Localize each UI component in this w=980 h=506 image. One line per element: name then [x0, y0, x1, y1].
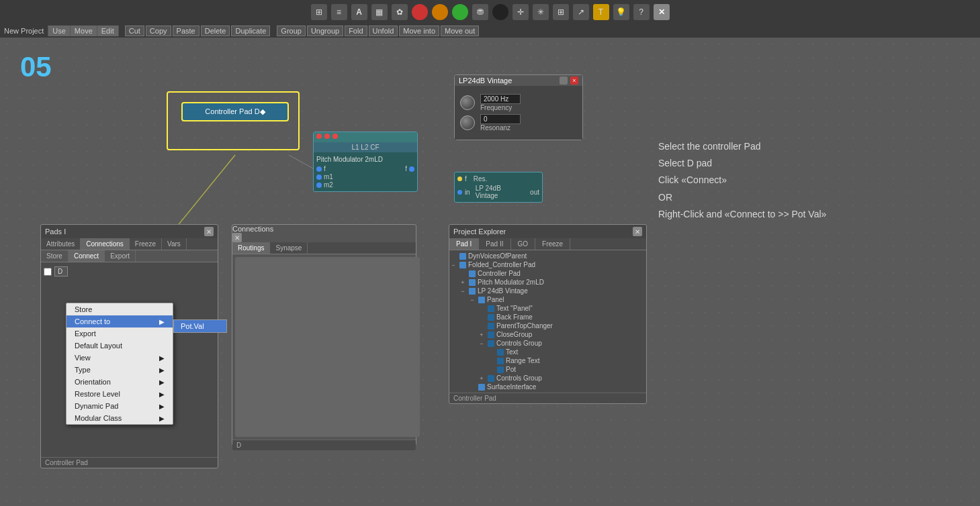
- pads-subtab-connect[interactable]: Connect: [69, 250, 105, 262]
- flower-icon[interactable]: ✿: [392, 4, 408, 20]
- ctx-view[interactable]: View ▶: [66, 352, 173, 364]
- pe-tab-padii[interactable]: Pad II: [479, 238, 510, 250]
- unfold-button[interactable]: Unfold: [369, 26, 398, 36]
- pads-tab-attributes[interactable]: Attributes: [41, 238, 81, 250]
- ctx-potval[interactable]: Pot.Val: [174, 320, 226, 332]
- text-icon[interactable]: A: [351, 4, 367, 20]
- pe-close[interactable]: ✕: [633, 227, 642, 236]
- pads-tab-vars[interactable]: Vars: [162, 238, 187, 250]
- chess-icon[interactable]: ⛃: [472, 4, 488, 20]
- pads-checkbox[interactable]: [44, 268, 52, 276]
- menu-use[interactable]: Use: [48, 26, 71, 36]
- ctx-dynamic-pad[interactable]: Dynamic Pad ▶: [66, 400, 173, 412]
- menu-move[interactable]: Move: [71, 26, 97, 36]
- freq-knob[interactable]: [460, 95, 475, 110]
- pe-tree-item[interactable]: Text: [449, 348, 646, 356]
- connections-close[interactable]: ✕: [232, 233, 242, 242]
- pe-tree-item[interactable]: Range Text: [449, 356, 646, 365]
- res-input[interactable]: [480, 114, 521, 124]
- delete-button[interactable]: Delete: [201, 26, 230, 36]
- controller-pad-node[interactable]: Controller Pad D◆: [181, 102, 289, 121]
- pe-expand[interactable]: +: [478, 375, 486, 382]
- duplicate-button[interactable]: Duplicate: [231, 26, 270, 36]
- move-icon[interactable]: ✛: [513, 4, 529, 20]
- pe-expand[interactable]: +: [478, 332, 486, 338]
- pe-expand[interactable]: −: [468, 297, 476, 303]
- ctx-orientation[interactable]: Orientation ▶: [66, 376, 173, 388]
- grid-icon[interactable]: ⊞: [311, 4, 327, 20]
- pe-tree-item[interactable]: Back Frame: [449, 313, 646, 321]
- ctx-connect-to[interactable]: Connect to ▶ Pot.Val: [66, 315, 173, 327]
- pe-tree-item[interactable]: SurfaceInterface: [449, 383, 646, 391]
- pe-tree-item[interactable]: − Panel: [449, 295, 646, 304]
- fold-button[interactable]: Fold: [345, 26, 367, 36]
- res-node[interactable]: f Res. in LP 24dB Vintage out: [454, 172, 543, 203]
- pe-tab-freeze[interactable]: Freeze: [535, 238, 570, 250]
- pe-tab-padi[interactable]: Pad I: [449, 238, 479, 250]
- pe-icon: [459, 262, 466, 268]
- pe-expand[interactable]: −: [449, 262, 457, 268]
- ungroup-button[interactable]: Ungroup: [307, 26, 343, 36]
- pe-tree-item[interactable]: + Pitch Modulator 2mLD: [449, 278, 646, 287]
- connections-tab-routings[interactable]: Routings: [232, 242, 270, 254]
- pe-expand[interactable]: −: [478, 340, 486, 347]
- pin-row: [316, 134, 338, 139]
- bulb-icon[interactable]: 💡: [613, 4, 629, 20]
- grid3-icon[interactable]: ⊞: [553, 4, 569, 20]
- ctx-submenu: Pot.Val: [173, 319, 227, 333]
- pe-expand[interactable]: +: [459, 279, 467, 286]
- lines-icon[interactable]: ≡: [331, 4, 347, 20]
- cut-button[interactable]: Cut: [125, 26, 144, 36]
- bars-icon[interactable]: ▦: [371, 4, 388, 20]
- ctx-modular-class[interactable]: Modular Class ▶: [66, 412, 173, 424]
- pe-tree-item[interactable]: − Folded_Controller Pad: [449, 260, 646, 269]
- pads-subtabs: Store Connect Export: [41, 250, 218, 262]
- pe-tree-item[interactable]: − LP 24dB Vintage: [449, 287, 646, 295]
- connections-tab-synapse[interactable]: Synapse: [270, 242, 308, 254]
- pe-tree-item[interactable]: Text "Panel": [449, 304, 646, 313]
- arrow-icon[interactable]: ↗: [573, 4, 589, 20]
- ctx-type[interactable]: Type ▶: [66, 364, 173, 376]
- ctx-export[interactable]: Export: [66, 327, 173, 340]
- asterisk-icon[interactable]: ✳: [533, 4, 549, 20]
- copy-button[interactable]: Copy: [146, 26, 171, 36]
- pitch-modulator-node[interactable]: L1 L2 CF Pitch Modulator 2mLD f f m1 m2: [313, 132, 418, 192]
- ctx-restore-level[interactable]: Restore Level ▶: [66, 388, 173, 400]
- pe-icon: [478, 384, 485, 391]
- orange-circle-icon[interactable]: [432, 4, 448, 20]
- pads-subtab-export[interactable]: Export: [105, 250, 136, 262]
- pads-panel-title: Pads I: [45, 227, 66, 236]
- pe-tree-item[interactable]: + Controls Group: [449, 374, 646, 383]
- green-circle-icon[interactable]: [452, 4, 468, 20]
- res-knob[interactable]: [460, 115, 475, 130]
- ctx-type-arrow: ▶: [159, 366, 165, 374]
- pads-subtab-store[interactable]: Store: [41, 250, 69, 262]
- pe-tree-item[interactable]: + CloseGroup: [449, 330, 646, 339]
- close-app-icon[interactable]: ✕: [654, 4, 670, 20]
- lp24db-minimize[interactable]: [560, 77, 568, 85]
- red-circle-icon[interactable]: [412, 4, 428, 20]
- move-out-button[interactable]: Move out: [441, 26, 479, 36]
- menu-edit[interactable]: Edit: [97, 26, 119, 36]
- ctx-store[interactable]: Store: [66, 303, 173, 315]
- pe-tree-item[interactable]: ParentTopChanger: [449, 321, 646, 330]
- freq-input[interactable]: [480, 94, 521, 104]
- pe-expand[interactable]: −: [459, 288, 467, 295]
- pe-tree-item[interactable]: Controller Pad: [449, 269, 646, 278]
- paste-button[interactable]: Paste: [173, 26, 199, 36]
- pe-tree-item[interactable]: DynVoicesOfParent: [449, 252, 646, 260]
- lp24db-close[interactable]: ×: [570, 77, 578, 85]
- group-button[interactable]: Group: [277, 26, 306, 36]
- tip-icon[interactable]: T: [593, 4, 609, 20]
- question-icon[interactable]: ?: [633, 4, 650, 20]
- pads-tab-connections[interactable]: Connections: [81, 238, 130, 250]
- pe-tab-go[interactable]: GO: [511, 238, 536, 250]
- dark-circle-icon[interactable]: [492, 4, 508, 20]
- ctx-view-arrow: ▶: [159, 354, 165, 362]
- pads-tab-freeze[interactable]: Freeze: [130, 238, 162, 250]
- move-into-button[interactable]: Move into: [399, 26, 439, 36]
- pe-tree-item[interactable]: Pot: [449, 365, 646, 374]
- pads-panel-close[interactable]: ✕: [204, 227, 214, 236]
- ctx-default-layout[interactable]: Default Layout: [66, 340, 173, 352]
- pe-tree-item[interactable]: − Controls Group: [449, 339, 646, 348]
